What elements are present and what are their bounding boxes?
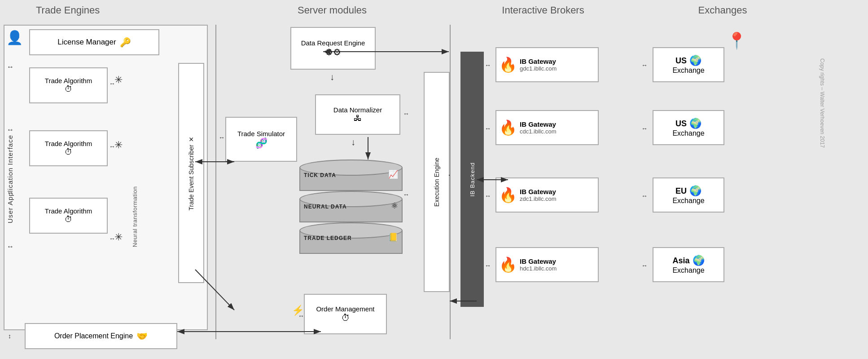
execution-engine-box: Execution Engine <box>424 72 450 292</box>
exchange-box-3: EU 🌍 Exchange <box>653 177 724 213</box>
data-normalizer-label: Data Normalizer <box>333 106 382 114</box>
exchange-box-4: Asia 🌍 Exchange <box>653 247 724 282</box>
arrow-dre-to-dn: ↓ <box>330 72 334 82</box>
arrow-ual-3: ↔ <box>7 189 14 197</box>
data-request-engine-box: Data Request Engine ⚙⚙ <box>290 27 376 70</box>
ib-gateway-box-3: 🔥 IB Gateway zdc1.ibllc.com <box>495 177 599 213</box>
ib-gateway-domain-2: cdc1.ibllc.com <box>520 128 557 135</box>
gauge-icon-1: ⏱ <box>65 84 73 94</box>
exchange-region-3: EU <box>675 186 687 196</box>
license-manager-box: License Manager 🔑 <box>29 29 159 55</box>
handshake-icon: 🤝 <box>136 331 148 341</box>
arrow-gw-ex3: ↔ <box>641 192 648 199</box>
header-server-modules: Server modules <box>298 4 367 16</box>
node-icon-3: ✳ <box>114 231 123 243</box>
trade-algo-box-2: Trade Algorithm ⏱ <box>29 130 108 166</box>
trade-algo-label-2: Trade Algorithm <box>45 140 92 147</box>
chart-icon: 📈 <box>388 169 398 179</box>
server-modules-panel: Data Request Engine ⚙⚙ Trade Simulator 🧬… <box>216 22 450 359</box>
ib-gateway-domain-1: gdc1.ibllc.com <box>520 65 557 72</box>
exchange-label-1: Exchange <box>672 66 704 75</box>
ib-backend-bar: IB Backend <box>460 52 484 307</box>
trade-engines-panel: 👤 User Application Interface ↔ ↔ ↔ ↔ Lic… <box>0 22 215 359</box>
tick-data-cylinder: TICK DATA 📈 <box>299 160 403 191</box>
arrow-algo-node-2: ↔ <box>109 143 115 150</box>
header-interactive-brokers: Interactive Brokers <box>502 4 584 16</box>
arrow-sim-left: ↔ <box>219 134 225 141</box>
user-app-interface-label: User Application Interface <box>6 135 14 223</box>
arrow-ib-gw1: ↔ <box>485 62 491 69</box>
arrow-ib-gw3: ↔ <box>485 192 491 199</box>
globe-icon-2: 🌍 <box>689 118 701 129</box>
arrow-dn-exec: ↔ <box>403 110 409 117</box>
exchange-label-4: Exchange <box>672 266 704 275</box>
trade-event-subscriber-box: Trade Event Subscriber ✕ <box>178 63 204 283</box>
order-mgmt-label: Order Management <box>316 305 374 313</box>
globe-icon-4: 🌍 <box>693 255 705 266</box>
execution-engine-label: Execution Engine <box>433 158 440 207</box>
license-manager-label: License Manager <box>57 38 116 47</box>
arrow-dn-to-db: ↓ <box>351 137 355 147</box>
order-placement-label: Order Placement Engine <box>54 332 133 340</box>
arrow-ib-gw4: ↔ <box>485 262 491 269</box>
main-content: 👤 User Application Interface ↔ ↔ ↔ ↔ Lic… <box>0 22 868 359</box>
trade-sim-label: Trade Simulator <box>237 130 285 137</box>
ib-gateway-box-2: 🔥 IB Gateway cdc1.ibllc.com <box>495 110 599 145</box>
order-management-box: Order Management ⏱ <box>304 294 387 334</box>
gear-icon: ⚙⚙ <box>325 47 341 58</box>
arrow-gw-ex1: ↔ <box>641 62 648 69</box>
key-icon: 🔑 <box>120 37 131 48</box>
ib-gateway-box-1: 🔥 IB Gateway gdc1.ibllc.com <box>495 47 599 82</box>
ib-gateway-domain-4: hdc1.ibllc.com <box>520 265 557 272</box>
trade-algo-box-1: Trade Algorithm ⏱ <box>29 67 108 103</box>
ib-gateway-box-4: 🔥 IB Gateway hdc1.ibllc.com <box>495 247 599 282</box>
ib-logo-2: 🔥 <box>499 119 517 136</box>
ib-gateway-domain-3: zdc1.ibllc.com <box>520 195 557 202</box>
atom-icon: ⚛ <box>391 201 398 211</box>
ib-logo-1: 🔥 <box>499 56 517 73</box>
ib-logo-3: 🔥 <box>499 186 517 204</box>
arrow-algo-node-1: ↔ <box>109 80 115 87</box>
trade-ledger-label: TRADE LEDGER <box>304 235 352 241</box>
exchange-label-3: Exchange <box>672 197 704 205</box>
ib-backend-panel: IB Backend 🔥 IB Gateway gdc1.ibllc.com 🔥… <box>451 22 639 359</box>
exchange-region-1: US <box>675 56 687 66</box>
dna-icon: 🧬 <box>255 137 267 149</box>
globe-icon-3: 🌍 <box>689 185 701 197</box>
header-trade-engines: Trade Engines <box>36 4 100 16</box>
ib-backend-label: IB Backend <box>469 162 476 197</box>
tick-data-label: TICK DATA <box>304 172 336 178</box>
exchanges-panel: US 🌍 Exchange US 🌍 Exchange EU 🌍 E <box>639 22 828 359</box>
trade-ledger-cylinder: TRADE LEDGER 📒 <box>299 222 403 254</box>
ib-gateway-label-2: IB Gateway <box>520 120 557 128</box>
trade-event-subscriber-label: Trade Event Subscriber ✕ <box>188 136 195 210</box>
ib-gateway-label-3: IB Gateway <box>520 188 557 195</box>
exchange-box-1: US 🌍 Exchange <box>653 47 724 82</box>
arrow-ib-gw2: ↔ <box>485 125 491 132</box>
clock-icon: ⏱ <box>341 313 350 323</box>
ib-gateway-label-4: IB Gateway <box>520 257 557 265</box>
pin-icon: 📍 <box>727 31 747 50</box>
arrow-algo-node-3: ↔ <box>109 235 115 242</box>
copyright-label: Copy rights – Walter Verhoeven 2017 <box>819 58 825 148</box>
person-icon: 👤 <box>6 30 23 45</box>
header-exchanges: Exchanges <box>698 4 747 16</box>
node-icon-1: ✳ <box>114 74 123 86</box>
arrow-gw-ex4: ↔ <box>641 262 648 269</box>
ib-logo-4: 🔥 <box>499 256 517 273</box>
trade-algo-box-3: Trade Algorithm ⏱ <box>29 198 108 234</box>
ledger-icon: 📒 <box>388 232 398 242</box>
diagram-container: Trade Engines Server modules Interactive… <box>0 0 868 359</box>
globe-icon-1: 🌍 <box>689 55 701 66</box>
trade-simulator-box: Trade Simulator 🧬 <box>225 117 297 162</box>
order-placement-engine-box: Order Placement Engine 🤝 <box>25 323 177 349</box>
exchange-box-2: US 🌍 Exchange <box>653 110 724 145</box>
arrow-ual-1: ↔ <box>7 63 14 71</box>
node-icon-2: ✳ <box>114 139 123 151</box>
exchange-label-2: Exchange <box>672 129 704 137</box>
ib-gateway-label-1: IB Gateway <box>520 58 557 65</box>
arrow-om-left: ↔ <box>298 312 304 319</box>
arrow-ual-4: ↔ <box>7 243 14 251</box>
network-icon: 🖧 <box>354 114 362 123</box>
arrow-db-exec: ↔ <box>403 191 409 198</box>
